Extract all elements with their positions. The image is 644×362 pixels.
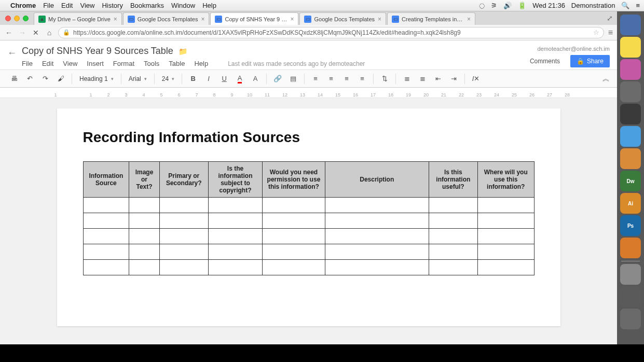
docmenu-edit[interactable]: Edit xyxy=(42,60,53,67)
close-tab-icon[interactable]: × xyxy=(467,16,471,23)
table-cell[interactable] xyxy=(477,244,534,260)
docs-back-icon[interactable]: ← xyxy=(7,48,17,59)
bold-icon[interactable]: B xyxy=(186,72,200,86)
docmenu-format[interactable]: Format xyxy=(113,60,134,67)
table-cell[interactable] xyxy=(83,244,129,260)
wifi-icon[interactable]: ⚞ xyxy=(491,2,497,9)
table-cell[interactable] xyxy=(325,213,429,229)
col-permission[interactable]: Would you need permission to use this in… xyxy=(263,162,325,198)
text-color-icon[interactable]: A xyxy=(233,72,246,86)
table-cell[interactable] xyxy=(325,260,429,275)
forward-button[interactable]: → xyxy=(18,28,27,37)
docmenu-tools[interactable]: Tools xyxy=(144,60,159,67)
folder-icon[interactable]: 📁 xyxy=(179,47,187,55)
increase-indent-icon[interactable]: ⇥ xyxy=(447,72,460,86)
table-cell[interactable] xyxy=(429,198,477,213)
ruler[interactable]: 1123456789101112131415161718192021222324… xyxy=(0,88,617,98)
page-heading[interactable]: Recording Information Sources xyxy=(83,129,535,146)
style-select[interactable]: Heading 1 ▾ xyxy=(76,72,117,86)
table-cell[interactable] xyxy=(208,198,262,213)
table-row[interactable] xyxy=(83,198,534,213)
dock-app[interactable] xyxy=(620,104,641,124)
col-source[interactable]: Information Source xyxy=(83,162,129,198)
zoom-window[interactable] xyxy=(23,16,29,21)
sync-icon[interactable]: ◌ xyxy=(479,2,485,9)
numbered-list-icon[interactable]: ≣ xyxy=(400,72,414,86)
table-cell[interactable] xyxy=(429,260,477,275)
table-cell[interactable] xyxy=(129,198,159,213)
link-icon[interactable]: 🔗 xyxy=(271,72,284,86)
col-description[interactable]: Description xyxy=(325,162,429,198)
docmenu-table[interactable]: Table xyxy=(169,60,185,67)
spotlight-icon[interactable]: 🔍 xyxy=(621,2,629,9)
app-name[interactable]: Chrome xyxy=(10,2,36,9)
close-tab-icon[interactable]: × xyxy=(201,16,204,23)
minimize-window[interactable] xyxy=(14,16,20,21)
table-cell[interactable] xyxy=(129,229,159,244)
dock-app[interactable] xyxy=(620,81,641,102)
table-row[interactable] xyxy=(83,213,534,229)
table-cell[interactable] xyxy=(129,244,159,260)
print-icon[interactable]: 🖶 xyxy=(7,72,21,86)
table-cell[interactable] xyxy=(159,260,208,275)
dock-app[interactable] xyxy=(620,264,641,285)
table-cell[interactable] xyxy=(477,198,534,213)
tab-templates-2[interactable]: ▭ Google Docs Templates × xyxy=(299,12,386,25)
user-menu[interactable]: Demonstration xyxy=(571,2,615,9)
chrome-menu-icon[interactable]: ≡ xyxy=(608,28,613,37)
bookmark-star-icon[interactable]: ☆ xyxy=(593,29,599,36)
align-justify-icon[interactable]: ≡ xyxy=(355,72,369,86)
table-cell[interactable] xyxy=(263,260,325,275)
doc-title[interactable]: Copy of SNHS Year 9 Sources Table xyxy=(22,46,173,57)
table-cell[interactable] xyxy=(429,244,477,260)
table-cell[interactable] xyxy=(263,229,325,244)
menu-view[interactable]: View xyxy=(80,2,94,9)
tab-templates-1[interactable]: ▭ Google Docs Templates × xyxy=(123,12,210,25)
dock-app[interactable] xyxy=(620,126,641,147)
table-cell[interactable] xyxy=(129,213,159,229)
table-cell[interactable] xyxy=(83,213,129,229)
italic-icon[interactable]: I xyxy=(202,72,215,86)
font-size-select[interactable]: 24 ▾ xyxy=(159,72,177,86)
col-primary-secondary[interactable]: Primary or Secondary? xyxy=(159,162,208,198)
table-cell[interactable] xyxy=(477,260,534,275)
highlight-icon[interactable]: A xyxy=(249,72,262,86)
table-cell[interactable] xyxy=(325,198,429,213)
menu-window[interactable]: Window xyxy=(171,2,195,9)
table-row[interactable] xyxy=(83,260,534,275)
dock-app[interactable] xyxy=(620,309,641,329)
undo-icon[interactable]: ↶ xyxy=(23,72,36,86)
comment-icon[interactable]: ▤ xyxy=(286,72,300,86)
address-bar[interactable]: 🔒 https://docs.google.com/a/online.sch.i… xyxy=(58,27,604,38)
dock-app[interactable] xyxy=(620,238,641,258)
table-cell[interactable] xyxy=(263,244,325,260)
bulleted-list-icon[interactable]: ≣ xyxy=(416,72,429,86)
docmenu-help[interactable]: Help xyxy=(194,60,208,67)
align-center-icon[interactable]: ≡ xyxy=(324,72,338,86)
dock-app[interactable] xyxy=(620,286,641,307)
battery-icon[interactable]: 🔋 xyxy=(518,2,526,9)
col-copyright[interactable]: Is the information subject to copyright? xyxy=(208,162,262,198)
stop-button[interactable]: ✕ xyxy=(31,28,40,37)
collapse-toolbar-icon[interactable]: ︽ xyxy=(602,74,610,83)
table-cell[interactable] xyxy=(159,244,208,260)
docmenu-view[interactable]: View xyxy=(63,60,77,67)
expand-icon[interactable]: ⤢ xyxy=(607,14,613,22)
align-right-icon[interactable]: ≡ xyxy=(340,72,353,86)
table-cell[interactable] xyxy=(325,244,429,260)
close-tab-icon[interactable]: × xyxy=(378,16,381,23)
volume-icon[interactable]: 🔊 xyxy=(503,2,512,9)
underline-icon[interactable]: U xyxy=(217,72,231,86)
menu-history[interactable]: History xyxy=(102,2,122,9)
menu-bookmarks[interactable]: Bookmarks xyxy=(130,2,164,9)
table-cell[interactable] xyxy=(83,198,129,213)
table-cell[interactable] xyxy=(429,229,477,244)
table-cell[interactable] xyxy=(208,244,262,260)
redo-icon[interactable]: ↷ xyxy=(38,72,52,86)
close-tab-icon[interactable]: × xyxy=(290,16,294,23)
paint-format-icon[interactable]: 🖌 xyxy=(54,72,67,86)
table-cell[interactable] xyxy=(429,213,477,229)
comments-button[interactable]: Comments xyxy=(525,55,565,67)
col-image-text[interactable]: Image or Text? xyxy=(129,162,159,198)
decrease-indent-icon[interactable]: ⇤ xyxy=(431,72,445,86)
